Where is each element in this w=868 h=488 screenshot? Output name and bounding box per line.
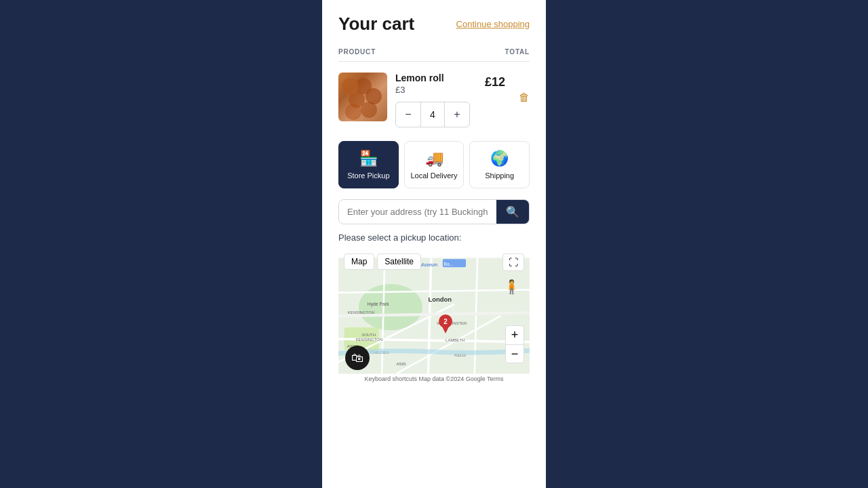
product-name: Lemon roll [395, 73, 477, 83]
svg-text:KENSINGTON: KENSINGTON [348, 310, 374, 314]
quantity-value: 4 [420, 102, 445, 127]
store-pickup-icon: 🏪 [359, 150, 378, 167]
search-icon: 🔍 [506, 205, 519, 218]
product-total-price: £12 [485, 73, 505, 89]
address-input[interactable] [339, 200, 496, 224]
cart-header: Your cart Continue shopping [338, 14, 530, 35]
address-search-bar[interactable]: 🔍 [338, 199, 530, 224]
delivery-option-shipping[interactable]: 🌍 Shipping [469, 141, 530, 188]
svg-text:2: 2 [443, 318, 448, 325]
local-delivery-icon: 🚚 [425, 150, 443, 167]
zoom-out-button[interactable]: − [505, 344, 524, 363]
svg-text:KENSINGTON: KENSINGTON [356, 338, 382, 342]
delivery-option-local-delivery[interactable]: 🚚 Local Delivery [404, 141, 465, 188]
zoom-in-button[interactable]: + [505, 325, 524, 344]
address-search-button[interactable]: 🔍 [496, 200, 529, 224]
svg-text:Hyde Park: Hyde Park [368, 302, 389, 307]
street-view-person[interactable]: 🧍 [503, 279, 520, 295]
quantity-increase-button[interactable]: + [445, 102, 469, 127]
svg-text:LAMBETH: LAMBETH [446, 338, 465, 342]
map-marker: 2 [439, 314, 452, 336]
map-view-controls: Map Satellite [344, 253, 421, 270]
shipping-label: Shipping [485, 171, 514, 180]
satellite-view-button[interactable]: Satellite [377, 253, 421, 270]
product-details: Lemon roll £3 − 4 + [395, 73, 477, 127]
map-view-button[interactable]: Map [344, 253, 374, 270]
product-image [338, 73, 387, 121]
cart-title: Your cart [338, 14, 414, 35]
map-zoom-controls: + − [505, 325, 524, 363]
column-product: PRODUCT [338, 48, 376, 56]
quantity-decrease-button[interactable]: − [396, 102, 420, 127]
delete-item-button[interactable]: 🗑 [519, 73, 530, 104]
svg-text:London: London [428, 296, 452, 303]
shopify-icon: 🛍 [351, 351, 363, 365]
continue-shopping-link[interactable]: Continue shopping [456, 19, 530, 29]
local-delivery-label: Local Delivery [410, 171, 457, 180]
product-unit-price: £3 [395, 85, 477, 95]
quantity-stepper[interactable]: − 4 + [395, 102, 470, 127]
table-row: Lemon roll £3 − 4 + £12 🗑 [338, 73, 530, 127]
delivery-options: 🏪 Store Pickup 🚚 Local Delivery 🌍 Shippi… [338, 141, 530, 188]
map-container[interactable]: Hyde Park London KENSINGTON WESTMINSTER … [338, 248, 530, 384]
table-header: PRODUCT TOTAL [338, 48, 530, 62]
column-total: TOTAL [505, 48, 530, 56]
map-expand-button[interactable]: ⛶ [502, 253, 524, 271]
svg-text:Ba...: Ba... [444, 262, 454, 266]
cart-panel: Your cart Continue shopping PRODUCT TOTA… [322, 0, 546, 488]
pickup-location-label: Please select a pickup location: [338, 232, 530, 243]
delivery-option-store-pickup[interactable]: 🏪 Store Pickup [338, 141, 399, 188]
svg-text:A520: A520 [396, 362, 406, 366]
svg-marker-27 [441, 325, 450, 333]
expand-icon: ⛶ [509, 257, 518, 268]
store-pickup-label: Store Pickup [347, 171, 389, 180]
shipping-icon: 🌍 [490, 150, 509, 167]
shopify-badge: 🛍 [345, 346, 370, 370]
map-footer: Keyboard shortcuts Map data ©2024 Google… [338, 374, 530, 384]
svg-text:SOUTH: SOUTH [361, 333, 376, 337]
